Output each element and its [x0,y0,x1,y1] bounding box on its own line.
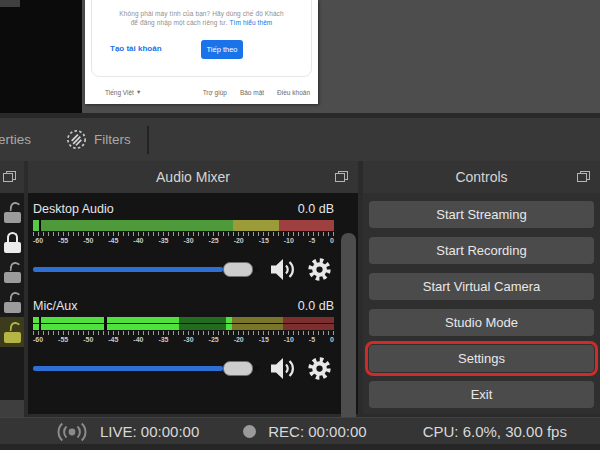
lock-icon [3,232,22,253]
settings-button[interactable]: Settings [369,345,594,372]
channel-name: Desktop Audio [33,202,114,216]
broadcast-icon [54,422,90,442]
channel-name: Mic/Aux [33,299,77,313]
rec-dot-icon [243,425,256,438]
terms-link[interactable]: Điều khoản [277,89,310,96]
lock-icon [3,292,22,313]
controls-panel: Controls Start Streaming Start Recording… [363,161,600,414]
preview-black-region [0,0,82,113]
screen-edge-fragment [0,0,20,7]
lock-icon [3,322,22,343]
meter-tick-marks [33,232,334,236]
channel-volume-db: 0.0 dB [298,299,334,313]
start-streaming-button[interactable]: Start Streaming [369,201,594,228]
source-toolbar: erties Filters [0,113,600,161]
rec-timer: REC: 00:00:00 [268,423,366,440]
info-line-2: để đăng nhập một cách riêng tư. [131,19,228,26]
audio-mixer-panel: Audio Mixer Desktop Audio 0.0 dB -60-55-… [28,161,358,414]
audio-mixer-header: Audio Mixer [28,161,358,193]
toolbar-separator [147,126,149,154]
studio-mode-button[interactable]: Studio Mode [369,309,594,336]
popout-dock-icon[interactable] [3,171,16,182]
meter-tick-marks [33,331,334,335]
lock-icon [3,202,22,223]
next-button[interactable]: Tiếp theo [201,40,243,59]
learn-more-link[interactable]: Tìm hiểu thêm [230,19,273,26]
language-selector[interactable]: Tiếng Việt ▾ [105,88,140,96]
volume-slider[interactable] [33,360,259,377]
gear-icon[interactable] [307,257,332,282]
volume-slider-handle[interactable] [223,262,253,277]
source-lock-toggle[interactable] [0,287,24,317]
language-label: Tiếng Việt [105,89,134,96]
preview-area: Không phải máy tính của bạn? Hãy dùng ch… [0,0,600,113]
channel-volume-db: 0.0 dB [298,202,334,216]
speaker-unmuted-icon[interactable] [269,257,297,282]
guest-mode-info-text: Không phải máy tính của bạn? Hãy dùng ch… [106,10,297,27]
info-line-1: Không phải máy tính của bạn? Hãy dùng ch… [119,10,283,17]
volume-meter [33,220,334,231]
properties-button[interactable]: erties [0,132,31,147]
start-virtual-camera-button[interactable]: Start Virtual Camera [369,273,594,300]
volume-slider[interactable] [33,261,259,278]
help-link[interactable]: Trợ giúp [203,89,227,96]
source-lock-toggle[interactable] [0,257,24,287]
obs-main-window: Không phải máy tính của bạn? Hãy dùng ch… [0,0,600,450]
speaker-unmuted-icon[interactable] [269,356,297,381]
source-lock-toggle[interactable] [0,317,24,347]
filters-label: Filters [94,132,131,147]
volume-slider-handle[interactable] [223,361,253,376]
lock-icon [3,262,22,283]
controls-header: Controls [363,161,600,193]
mixer-channel-mic-aux: Mic/Aux 0.0 dB -60-55-50-45-40-35-30-25-… [33,298,334,381]
captured-browser-window: Không phải máy tính của bạn? Hãy dùng ch… [85,0,318,104]
meter-scale-labels: -60-55-50-45-40-35-30-25-20-15-10-50 [33,336,334,346]
filters-button[interactable]: Filters [65,128,131,151]
cpu-fps-stats: CPU: 6.0%, 30.00 fps [423,423,567,440]
meter-scale-labels: -60-55-50-45-40-35-30-25-20-15-10-50 [33,237,334,247]
sources-panel-header [0,161,24,193]
source-lock-toggle[interactable] [0,197,24,227]
filter-icon [65,128,88,151]
source-lock-toggle[interactable] [0,227,24,257]
status-bar-bottom-strip [0,444,600,450]
sources-lock-column [0,193,24,414]
popout-dock-icon[interactable] [335,171,348,182]
start-recording-button[interactable]: Start Recording [369,237,594,264]
live-timer: LIVE: 00:00:00 [100,423,199,440]
audio-mixer-title: Audio Mixer [156,169,230,185]
popout-dock-icon[interactable] [577,171,590,182]
chevron-down-icon: ▾ [137,88,140,96]
mixer-scrollbar-thumb[interactable] [341,233,356,438]
mixer-channel-desktop-audio: Desktop Audio 0.0 dB -60-55-50-45-40-35-… [33,201,334,282]
exit-button[interactable]: Exit [369,381,594,408]
gear-icon[interactable] [307,356,332,381]
status-bar: LIVE: 00:00:00 REC: 00:00:00 CPU: 6.0%, … [0,417,600,450]
volume-meter [33,317,334,330]
privacy-link[interactable]: Bảo mật [240,89,264,96]
create-account-link[interactable]: Tạo tài khoản [110,44,162,53]
audio-mixer-body: Desktop Audio 0.0 dB -60-55-50-45-40-35-… [28,193,358,414]
sources-panel-edge [0,161,24,414]
google-page-footer: Tiếng Việt ▾ Trợ giúp Bảo mật Điều khoản [105,88,310,96]
controls-title: Controls [455,169,507,185]
